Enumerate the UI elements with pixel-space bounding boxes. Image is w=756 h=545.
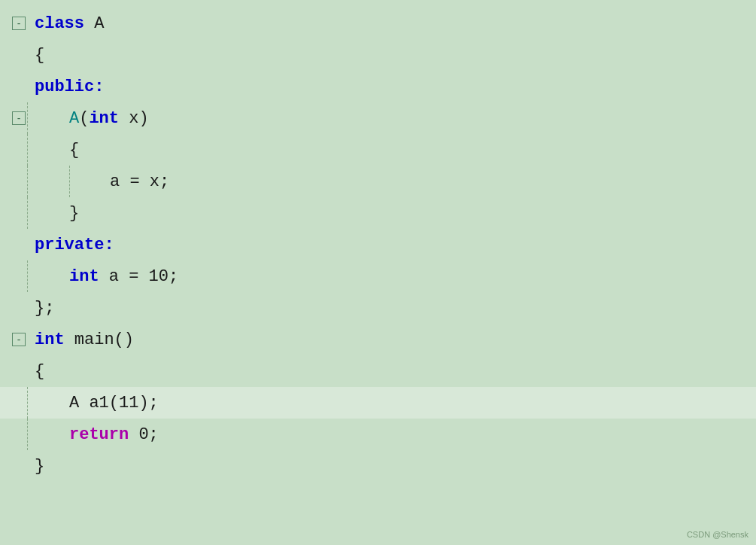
code-line: a = x;	[0, 166, 756, 197]
code-line: -class A	[0, 8, 756, 39]
code-tokens: {	[35, 362, 44, 381]
code-line: return 0;	[0, 419, 756, 450]
code-line: {	[0, 39, 756, 71]
code-tokens: }	[69, 204, 79, 223]
code-line: public:	[0, 71, 756, 102]
guide-line	[69, 166, 70, 197]
code-token: (	[79, 109, 89, 128]
code-line: {	[0, 355, 756, 387]
code-tokens: }	[35, 457, 44, 476]
code-token: private:	[35, 236, 114, 254]
guide-line	[27, 260, 28, 292]
code-token: {	[35, 46, 44, 65]
code-token: public:	[35, 78, 104, 96]
fold-indicator[interactable]: -	[12, 111, 26, 125]
fold-indicator[interactable]: -	[12, 17, 26, 30]
code-token: int	[35, 330, 65, 349]
code-line: };	[0, 292, 756, 324]
code-token: int	[89, 109, 119, 128]
code-line: private:	[0, 229, 756, 260]
code-tokens: };	[35, 299, 54, 318]
code-token: A	[84, 14, 104, 33]
code-token: A a1(11);	[69, 394, 159, 413]
code-token: return	[69, 425, 129, 444]
code-tokens: private:	[35, 236, 114, 254]
code-token: }	[69, 204, 79, 223]
code-tokens: {	[69, 141, 79, 160]
guide-line	[27, 166, 28, 197]
code-token: class	[35, 14, 84, 33]
watermark-text: CSDN @Shensk	[687, 530, 748, 539]
code-token: 0;	[129, 425, 159, 444]
guide-line	[27, 387, 28, 419]
code-tokens: return 0;	[69, 425, 159, 444]
guide-line	[27, 134, 28, 166]
fold-indicator[interactable]: -	[12, 333, 26, 346]
code-token: x)	[119, 109, 149, 128]
code-token: A	[69, 109, 79, 128]
code-token: a = x;	[110, 172, 169, 191]
code-line: int a = 10;	[0, 260, 756, 292]
code-line: A a1(11);	[0, 387, 756, 419]
code-tokens: A(int x)	[69, 109, 149, 128]
code-editor: -class A{public:-A(int x){a = x;}private…	[0, 0, 756, 545]
code-token: int	[69, 267, 99, 286]
code-line: }	[0, 450, 756, 482]
code-token: }	[35, 457, 44, 476]
code-tokens: public:	[35, 78, 104, 96]
guide-line	[27, 197, 28, 229]
guide-line	[27, 419, 28, 450]
code-token: };	[35, 299, 54, 318]
code-tokens: A a1(11);	[69, 394, 159, 413]
code-token: {	[69, 141, 79, 160]
code-line: }	[0, 197, 756, 229]
code-tokens: int a = 10;	[69, 267, 178, 286]
code-tokens: int main()	[35, 330, 134, 349]
code-tokens: a = x;	[110, 172, 169, 191]
code-token: a = 10;	[99, 267, 179, 286]
code-line: {	[0, 134, 756, 166]
code-tokens: {	[35, 46, 44, 65]
code-line: -int main()	[0, 324, 756, 355]
code-tokens: class A	[35, 14, 104, 33]
code-token: {	[35, 362, 44, 381]
guide-line	[27, 102, 28, 134]
code-line: -A(int x)	[0, 102, 756, 134]
code-token: main()	[65, 330, 134, 349]
